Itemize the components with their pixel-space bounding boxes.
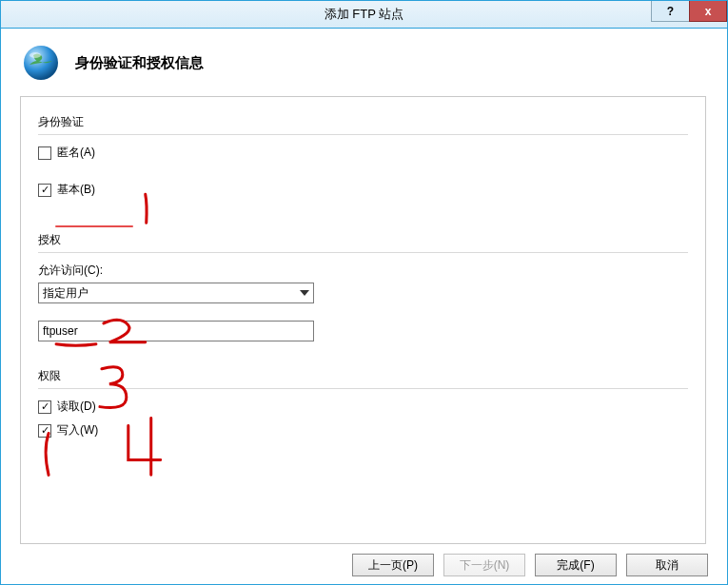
svg-point-1	[30, 52, 41, 58]
basic-checkbox-row[interactable]: 基本(B)	[38, 182, 688, 198]
read-checkbox-row[interactable]: 读取(D)	[38, 399, 688, 415]
basic-label: 基本(B)	[57, 182, 95, 198]
allow-access-label: 允许访问(C):	[38, 263, 688, 279]
content-panel: 身份验证 匿名(A) 基本(B) 授权 允许访问(C): 指定用户	[20, 96, 706, 544]
user-input-value: ftpuser	[43, 324, 78, 338]
prev-button[interactable]: 上一页(P)	[352, 554, 434, 576]
divider	[38, 252, 688, 253]
globe-icon	[22, 44, 60, 82]
write-checkbox-row[interactable]: 写入(W)	[38, 422, 688, 439]
chevron-down-icon	[296, 283, 313, 302]
anonymous-checkbox-row[interactable]: 匿名(A)	[38, 145, 688, 161]
write-label: 写入(W)	[57, 422, 98, 439]
allow-access-value: 指定用户	[43, 285, 89, 302]
dialog-window: 添加 FTP 站点 ? x 身份验证和授权信息	[0, 0, 728, 585]
permissions-section: 权限 读取(D) 写入(W)	[38, 368, 688, 439]
next-button: 下一步(N)	[443, 554, 525, 576]
divider	[38, 134, 688, 135]
auth-section-title: 身份验证	[38, 114, 688, 130]
help-button[interactable]: ?	[651, 1, 689, 22]
auth-section: 身份验证 匿名(A) 基本(B)	[38, 114, 688, 198]
divider	[38, 388, 688, 389]
titlebar: 添加 FTP 站点 ? x	[1, 1, 727, 29]
finish-button[interactable]: 完成(F)	[535, 554, 617, 576]
basic-checkbox[interactable]	[38, 184, 51, 197]
permissions-section-title: 权限	[38, 368, 688, 384]
dialog-header: 身份验证和授权信息	[1, 29, 727, 91]
anonymous-label: 匿名(A)	[57, 145, 95, 161]
page-title: 身份验证和授权信息	[75, 54, 204, 72]
close-button[interactable]: x	[689, 1, 727, 22]
allow-access-select[interactable]: 指定用户	[38, 283, 314, 303]
footer: 上一页(P) 下一步(N) 完成(F) 取消	[1, 546, 727, 584]
window-controls: ? x	[651, 1, 727, 28]
read-checkbox[interactable]	[38, 400, 51, 414]
authorization-section: 授权 允许访问(C): 指定用户 ftpuser	[38, 232, 688, 341]
anonymous-checkbox[interactable]	[38, 146, 51, 160]
cancel-button[interactable]: 取消	[626, 554, 708, 576]
read-label: 读取(D)	[57, 399, 96, 415]
authorization-section-title: 授权	[38, 232, 688, 248]
window-title: 添加 FTP 站点	[325, 6, 404, 23]
user-input[interactable]: ftpuser	[38, 321, 314, 341]
annotation-underline	[55, 225, 133, 227]
write-checkbox[interactable]	[38, 424, 51, 438]
